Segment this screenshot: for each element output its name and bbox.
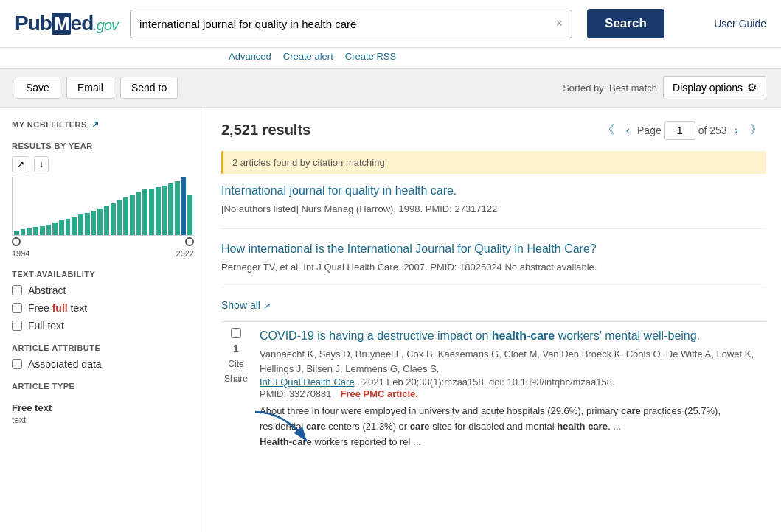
free-full-text-label[interactable]: Free full text <box>28 302 87 314</box>
page-input[interactable] <box>664 121 695 140</box>
sub-header: Advanced Create alert Create RSS <box>0 48 781 69</box>
prev-page-button[interactable]: ‹ <box>622 121 634 140</box>
main-article-title[interactable]: COVID-19 is having a destructive impact … <box>260 329 700 342</box>
abstract-bold-1: care <box>621 405 641 416</box>
bar <box>52 223 58 235</box>
results-header: 2,521 results 《 ‹ Page of 253 › 》 <box>221 119 766 141</box>
year-slider-start[interactable] <box>12 237 21 246</box>
next-page-button[interactable]: › <box>730 121 743 140</box>
pubmed-logo: PubMed.gov <box>15 12 118 35</box>
search-button[interactable]: Search <box>587 9 664 38</box>
send-to-button[interactable]: Send to <box>120 77 178 99</box>
year-bars <box>12 177 194 236</box>
abstract-text-3: centers (21.3%) or <box>326 421 410 432</box>
bar <box>78 214 83 235</box>
logo-pub: Pub <box>15 12 52 35</box>
full-text-checkbox[interactable] <box>12 321 22 331</box>
save-button[interactable]: Save <box>15 77 60 99</box>
content-area: 2,521 results 《 ‹ Page of 253 › 》 2 arti… <box>206 108 781 532</box>
bar <box>117 200 122 235</box>
annotation-arrow <box>248 405 314 449</box>
full-text-label[interactable]: Full text <box>28 320 64 332</box>
bar <box>14 231 19 235</box>
clear-search-icon[interactable]: × <box>553 14 566 33</box>
bar <box>21 229 26 235</box>
my-ncbi-filters-title: MY NCBI FILTERS ↗ <box>12 119 194 130</box>
bar-highlight <box>181 177 187 235</box>
abstract-checkbox[interactable] <box>12 285 22 295</box>
main-layout: MY NCBI FILTERS ↗ RESULTS BY YEAR ↗ ↓ <box>0 108 781 532</box>
article-title-1[interactable]: International journal for quality in hea… <box>221 184 457 197</box>
logo-gov: .gov <box>93 17 118 33</box>
abstract-label[interactable]: Abstract <box>28 284 66 296</box>
bar <box>97 209 103 235</box>
bar <box>162 186 167 235</box>
bar <box>91 211 97 235</box>
expand-chart-button[interactable]: ↗ <box>12 156 29 172</box>
abstract-bold-3: care <box>410 421 430 432</box>
user-guide-link[interactable]: User Guide <box>714 18 766 29</box>
create-alert-link[interactable]: Create alert <box>283 51 333 62</box>
article-abstract: About three in four were employed in uni… <box>260 404 766 449</box>
logo-med-rest: ed <box>71 12 94 35</box>
article-body: COVID-19 is having a destructive impact … <box>260 328 766 450</box>
bar <box>27 228 32 235</box>
main-article-journal-line: Int J Qual Health Care . 2021 Feb 20;33(… <box>260 376 766 388</box>
free-text-section: Free text text <box>12 402 194 425</box>
article-title-2[interactable]: How international is the International J… <box>221 242 597 255</box>
bar <box>136 192 142 235</box>
main-article-container: 1 Cite Share COVID-19 is having a destru… <box>221 328 766 462</box>
bar <box>187 195 192 235</box>
associated-data-checkbox[interactable] <box>12 359 22 369</box>
year-chart: ↗ ↓ <box>12 156 194 258</box>
last-page-button[interactable]: 》 <box>746 119 766 141</box>
year-slider <box>12 237 194 246</box>
search-input[interactable] <box>136 10 553 38</box>
citation-article-2: How international is the International J… <box>221 241 766 287</box>
article-attribute-title: ARTICLE ATTRIBUTE <box>12 343 194 352</box>
bar <box>40 226 45 235</box>
display-options-label: Display options <box>673 82 743 94</box>
bar <box>156 187 161 235</box>
first-page-button[interactable]: 《 <box>598 119 619 141</box>
associated-data-label[interactable]: Associated data <box>28 358 102 370</box>
header: PubMed.gov × Search User Guide <box>0 0 781 48</box>
free-text-subtitle: text <box>12 415 194 425</box>
free-pmc-badge: Free PMC article. <box>340 388 418 399</box>
journal-name[interactable]: Int J Qual Health Care <box>260 377 355 388</box>
year-slider-end[interactable] <box>185 237 194 246</box>
article-meta-1: [No authors listed] Nurs Manag (Harrow).… <box>221 202 766 217</box>
free-full-text-checkbox[interactable] <box>12 303 22 313</box>
bar <box>66 219 71 235</box>
logo-bracket-m: M <box>52 13 71 35</box>
page-label: Page <box>637 125 662 136</box>
share-button[interactable]: Share <box>224 374 248 384</box>
show-all-ext-icon: ↗ <box>263 301 271 311</box>
year-start-label: 1994 <box>12 249 29 258</box>
article-select-checkbox[interactable] <box>231 328 241 338</box>
pagination: 《 ‹ Page of 253 › 》 <box>598 119 766 141</box>
cite-button[interactable]: Cite <box>228 359 243 369</box>
gear-icon: ⚙ <box>747 81 757 94</box>
bar <box>59 220 64 235</box>
citation-article-1: International journal for quality in hea… <box>221 183 766 229</box>
bar <box>149 189 154 235</box>
advanced-link[interactable]: Advanced <box>229 51 271 62</box>
bar <box>46 225 52 235</box>
download-chart-button[interactable]: ↓ <box>34 156 49 172</box>
results-by-year-title: RESULTS BY YEAR <box>12 141 194 150</box>
free-full-text-checkbox-item: Free full text <box>12 302 194 314</box>
create-rss-link[interactable]: Create RSS <box>345 51 396 62</box>
title-bold-health-care: health-care <box>492 329 555 342</box>
email-button[interactable]: Email <box>66 77 114 99</box>
associated-data-checkbox-item: Associated data <box>12 358 194 370</box>
citation-banner: 2 articles found by citation matching <box>221 151 766 174</box>
bar <box>72 217 77 235</box>
article-number: 1 <box>233 343 239 354</box>
bar <box>168 183 173 235</box>
abstract-text-4: sites for disabled and mental <box>430 421 558 432</box>
show-all-link[interactable]: Show all <box>221 299 260 311</box>
display-options-button[interactable]: Display options ⚙ <box>663 76 766 99</box>
abstract-bold-4: health care <box>557 421 608 432</box>
ext-link-icon[interactable]: ↗ <box>91 119 100 130</box>
